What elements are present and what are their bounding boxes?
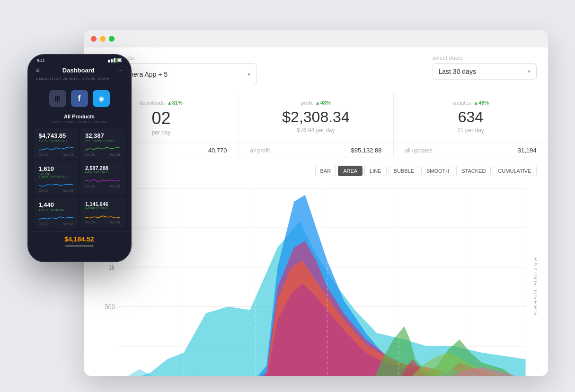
- footer-downloads-value: 40,770: [208, 147, 227, 154]
- phone-stat-revenue[interactable]: $4,743.85 TOTAL REVENUE › Oct 29Nov 28: [34, 128, 79, 159]
- stat-updates: updates ▲48% 634 21 per day: [394, 93, 548, 143]
- phone-stat-ratings-value: 2,587,288: [85, 165, 120, 171]
- chart-btn-smooth[interactable]: SMOOTH: [421, 166, 454, 176]
- phone-stat-downloads[interactable]: 32,387 APP DOWNLOADS › Oct 29Nov 28: [80, 128, 125, 159]
- phone-stat-reviews[interactable]: 1,440 TOTAL REVIEWS › Oct 29Nov 28: [34, 197, 79, 228]
- phone-stat-impressions-value: 1,141,646: [85, 201, 120, 207]
- footer-updates-label: all updates: [405, 147, 433, 154]
- sparkline-start-4: Oct 29: [85, 185, 95, 188]
- sparkline-start-2: Oct 29: [85, 153, 95, 156]
- phone-stat-impressions-label: IMPRESSIONS ›: [85, 207, 120, 210]
- phone-sparkline-impressions: [85, 212, 120, 220]
- updates-sub: 21 per day: [405, 127, 537, 134]
- app-icon-grid[interactable]: ⊞: [49, 90, 66, 107]
- phone-notch: [61, 55, 98, 65]
- chart-btn-line[interactable]: LINE: [364, 166, 386, 176]
- phone-stat-ratings-label: NEW RATINGS ›: [85, 171, 120, 174]
- sparkline-end-6: Nov 28: [109, 221, 120, 224]
- desktop-window: select products 📷 Camera App + 5 ▾ selec…: [84, 30, 548, 376]
- sparkline-start-3: Oct 29: [39, 189, 49, 192]
- svg-rect-31: [114, 58, 115, 62]
- svg-rect-32: [116, 58, 118, 62]
- phone-home-bar: [65, 245, 94, 247]
- downloads-label: downloads: [140, 100, 165, 106]
- phone-apps: ⊞ f ◉: [28, 85, 131, 112]
- phone-stat-ratings[interactable]: 2,587,288 NEW RATINGS › Oct 29Nov 28: [80, 161, 125, 195]
- phone-total: $4,184.52: [28, 231, 131, 245]
- chart-container: 2k 1.5k 1k 500 0 PAYING USERS: [96, 182, 537, 376]
- updates-pct: ▲48%: [473, 100, 489, 106]
- sparkline-end-2: Nov 28: [109, 153, 120, 156]
- close-button[interactable]: [91, 36, 97, 42]
- scene: select products 📷 Camera App + 5 ▾ selec…: [27, 16, 548, 376]
- dates-control: select dates Last 30 days ▾: [433, 55, 537, 85]
- downloads-pct: ▲81%: [167, 100, 183, 106]
- phone-menu-icon[interactable]: ≡: [36, 66, 40, 74]
- chart-btn-stacked[interactable]: STACKED: [456, 166, 491, 176]
- stats-row: downloads ▲81% 02 per day profit ▲48% $2…: [84, 93, 548, 143]
- phone-section-title: All Products: [28, 112, 131, 120]
- phone-stat-subscriptions[interactable]: 1,610 ACTIVE SUBSCRIPTIONS › Oct 29Nov 2…: [34, 161, 79, 195]
- phone-sparkline-subscriptions: [39, 180, 74, 188]
- updates-value: 634: [405, 108, 537, 126]
- product-value: Camera App + 5: [120, 71, 243, 78]
- sparkline-end-5: Nov 28: [63, 222, 73, 225]
- phone: 9:41 ≡ Dashboard ··· 1 MONTH OCT 29, 201…: [27, 54, 132, 262]
- phone-stat-downloads-value: 32,387: [85, 132, 120, 139]
- phone-more-icon[interactable]: ···: [117, 66, 123, 74]
- svg-text:1k: 1k: [108, 263, 115, 271]
- chart-btn-area[interactable]: AREA: [338, 166, 363, 176]
- sparkline-start-6: Oct 29: [85, 221, 95, 224]
- phone-stat-subscriptions-value: 1,610: [39, 165, 74, 172]
- phone-stat-reviews-value: 1,440: [39, 201, 74, 208]
- chart-btn-bubble[interactable]: BUBBLE: [389, 166, 419, 176]
- profit-label: profit: [301, 100, 312, 106]
- phone-signal: [108, 58, 122, 63]
- chart-btn-bar[interactable]: BAR: [315, 166, 336, 176]
- phone-title: Dashboard: [40, 67, 117, 74]
- chevron-down-icon-2: ▾: [528, 68, 531, 75]
- dates-label: select dates: [433, 55, 537, 61]
- chevron-down-icon: ▾: [248, 71, 250, 78]
- date-value: Last 30 days: [439, 68, 523, 75]
- phone-stat-revenue-value: $4,743.85: [39, 132, 74, 139]
- stat-footer: 40,770 all profit $95,132.88 all updates…: [84, 143, 548, 158]
- profit-pct: ▲48%: [315, 100, 331, 106]
- stat-profit: profit ▲48% $2,308.34 $76.94 per day: [239, 93, 394, 143]
- titlebar: [84, 30, 548, 47]
- phone-stat-revenue-label: TOTAL REVENUE ›: [39, 139, 74, 142]
- footer-profit-label: all profit: [250, 147, 270, 154]
- traffic-lights: [91, 36, 115, 42]
- phone-sparkline-reviews: [39, 213, 74, 222]
- footer-profit: all profit $95,132.88: [239, 143, 394, 158]
- sparkline-end-1: Nov 28: [63, 153, 73, 156]
- controls-row: select products 📷 Camera App + 5 ▾ selec…: [84, 47, 548, 93]
- app-icon-blue[interactable]: ◉: [93, 90, 110, 107]
- dates-select[interactable]: Last 30 days ▾: [433, 63, 537, 80]
- minimize-button[interactable]: [100, 36, 106, 42]
- sparkline-start-1: Oct 29: [39, 153, 49, 156]
- phone-sparkline-downloads: [85, 144, 120, 152]
- phone-sparkline-revenue: [39, 144, 74, 152]
- phone-stat-subscriptions-label: ACTIVE SUBSCRIPTIONS ›: [39, 172, 74, 178]
- phone-section-sub: 8 APPS, 25 IAPS, 10 AD NETWORKS: [28, 120, 131, 127]
- sparkline-start-5: Oct 29: [39, 222, 49, 225]
- profit-sub: $76.94 per day: [250, 127, 382, 134]
- profit-value: $2,308.34: [250, 108, 382, 126]
- svg-rect-30: [111, 59, 113, 62]
- footer-profit-value: $95,132.88: [351, 147, 381, 154]
- footer-updates: all updates 31,194: [394, 143, 548, 158]
- phone-stat-impressions[interactable]: 1,141,646 IMPRESSIONS › Oct 29Nov 28: [80, 197, 125, 228]
- svg-text:500: 500: [105, 303, 115, 311]
- svg-rect-34: [118, 59, 121, 62]
- phone-time: 9:41: [37, 58, 45, 63]
- maximize-button[interactable]: [109, 36, 115, 42]
- phone-stat-downloads-label: APP DOWNLOADS ›: [85, 139, 120, 142]
- phone-header: ≡ Dashboard ···: [28, 63, 131, 77]
- chart-area: BAR AREA LINE BUBBLE SMOOTH STACKED CUMU…: [84, 158, 548, 376]
- phone-date[interactable]: 1 MONTH OCT 29, 2018 – NOV 28, 2018 ▾: [28, 77, 131, 85]
- chart-svg: 2k 1.5k 1k 500 0 PAYING USERS: [96, 182, 537, 376]
- app-icon-facebook[interactable]: f: [71, 90, 88, 107]
- phone-sparkline-ratings: [85, 176, 120, 184]
- chart-btn-cumulative[interactable]: CUMULATIVE: [493, 166, 536, 176]
